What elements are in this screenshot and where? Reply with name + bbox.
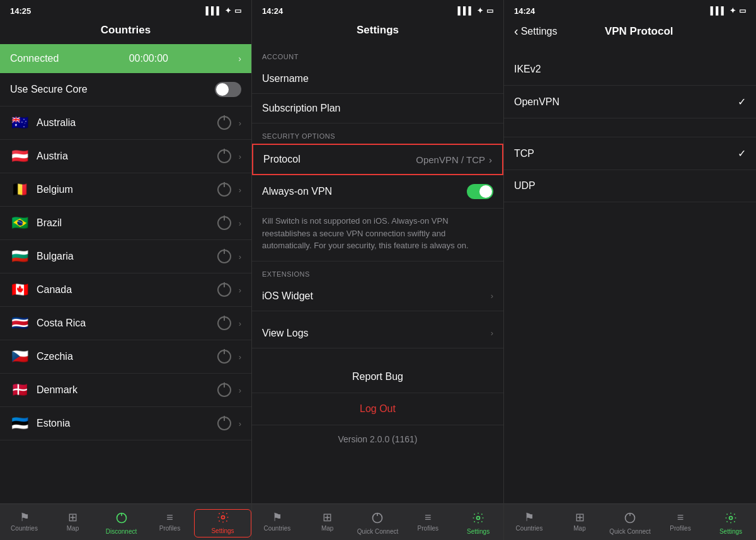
battery-icon: ▭ xyxy=(234,6,241,15)
openvpn-row[interactable]: OpenVPN ✓ xyxy=(504,86,756,118)
power-icon-estonia[interactable] xyxy=(217,416,231,430)
tab-map-1[interactable]: ⊞ Map xyxy=(49,509,97,537)
subscription-label: Subscription Plan xyxy=(262,103,341,114)
tab-settings-1[interactable]: Settings xyxy=(194,509,251,537)
tab-countries-label-1: Countries xyxy=(11,525,38,532)
power-icon-austria[interactable] xyxy=(217,149,231,163)
tab-quickconnect-3[interactable]: Quick Connect xyxy=(605,509,655,537)
subscription-row[interactable]: Subscription Plan xyxy=(252,94,503,124)
view-logs-row[interactable]: View Logs › xyxy=(252,319,503,348)
list-item[interactable]: 🇧🇷 Brazil › xyxy=(0,207,251,240)
always-on-label: Always-on VPN xyxy=(262,186,332,197)
tcp-row[interactable]: TCP ✓ xyxy=(504,137,756,170)
quickconnect-icon-3 xyxy=(624,512,636,526)
map-icon-2: ⊞ xyxy=(323,512,332,523)
list-item[interactable]: 🇦🇹 Austria › xyxy=(0,140,251,173)
list-item[interactable]: 🇨🇷 Costa Rica › xyxy=(0,307,251,340)
svg-point-2 xyxy=(221,516,224,519)
tcp-label: TCP xyxy=(514,148,534,159)
tab-countries-2[interactable]: ⚑ Countries xyxy=(252,509,302,537)
back-label[interactable]: Settings xyxy=(521,26,558,37)
tab-bar-2: ⚑ Countries ⊞ Map Quick Connect ≡ Profil… xyxy=(252,503,503,540)
time-1: 14:25 xyxy=(10,6,31,16)
always-on-toggle[interactable] xyxy=(467,184,493,199)
disconnect-icon xyxy=(115,512,128,526)
country-name-austria: Austria xyxy=(37,151,210,162)
tab-disconnect-label-1: Disconnect xyxy=(106,528,137,535)
flag-australia: 🇦🇺 xyxy=(10,115,29,131)
quickconnect-icon-2 xyxy=(371,512,384,526)
power-icon-czechia[interactable] xyxy=(217,350,231,364)
countries-title: Countries xyxy=(0,19,251,44)
list-item[interactable]: 🇨🇿 Czechia › xyxy=(0,340,251,374)
tab-bar-3: ⚑ Countries ⊞ Map Quick Connect ≡ Profil… xyxy=(504,503,756,540)
power-icon-costa-rica[interactable] xyxy=(217,316,231,330)
tab-profiles-2[interactable]: ≡ Profiles xyxy=(403,509,453,537)
view-logs-label: View Logs xyxy=(262,328,309,339)
status-icons-3: ▌▌▌ ✦ ▭ xyxy=(710,6,746,15)
tab-settings-3[interactable]: Settings xyxy=(706,509,756,537)
tab-quickconnect-2[interactable]: Quick Connect xyxy=(353,509,403,537)
udp-row[interactable]: UDP xyxy=(504,170,756,202)
username-label: Username xyxy=(262,73,309,84)
connected-bar[interactable]: Connected 00:00:00 › xyxy=(0,44,251,73)
flag-czechia: 🇨🇿 xyxy=(10,348,29,365)
power-icon-australia[interactable] xyxy=(217,116,231,130)
tab-settings-label-2: Settings xyxy=(467,528,490,535)
ios-widget-label: iOS Widget xyxy=(262,290,313,302)
list-item[interactable]: 🇨🇦 Canada › xyxy=(0,273,251,307)
tab-map-2[interactable]: ⊞ Map xyxy=(302,509,353,537)
svg-point-5 xyxy=(477,517,480,520)
tab-settings-2[interactable]: Settings xyxy=(453,509,503,537)
flag-belgium: 🇧🇪 xyxy=(10,181,29,198)
countries-icon-3: ⚑ xyxy=(524,512,534,523)
always-on-description: Kill Switch is not supported on iOS. Alw… xyxy=(252,209,503,261)
tab-countries-3[interactable]: ⚑ Countries xyxy=(504,509,554,537)
time-2: 14:24 xyxy=(262,6,283,16)
logout-row[interactable]: Log Out xyxy=(252,393,503,425)
tab-bar-1: ⚑ Countries ⊞ Map Disconnect ≡ Profiles xyxy=(0,503,251,540)
power-icon-belgium[interactable] xyxy=(217,183,231,197)
list-item[interactable]: 🇩🇰 Denmark › xyxy=(0,374,251,407)
protocol-row[interactable]: Protocol OpenVPN / TCP › xyxy=(253,145,502,174)
ios-widget-row[interactable]: iOS Widget › xyxy=(252,282,503,311)
settings-title: Settings xyxy=(252,19,503,44)
tab-countries-1[interactable]: ⚑ Countries xyxy=(0,509,49,537)
power-icon-brazil[interactable] xyxy=(217,216,231,230)
report-bug-label: Report Bug xyxy=(352,371,403,382)
extensions-header: EXTENSIONS xyxy=(252,261,503,282)
status-bar-2: 14:24 ▌▌▌ ✦ ▭ xyxy=(252,0,503,19)
username-row[interactable]: Username xyxy=(252,64,503,94)
tab-settings-label-3: Settings xyxy=(719,528,742,535)
tab-profiles-label-1: Profiles xyxy=(159,525,180,532)
profiles-icon-1: ≡ xyxy=(166,512,173,523)
secure-core-row[interactable]: Use Secure Core xyxy=(0,73,251,106)
countries-icon: ⚑ xyxy=(20,512,30,523)
report-bug-row[interactable]: Report Bug xyxy=(252,361,503,393)
secure-core-toggle[interactable] xyxy=(215,82,241,97)
country-name-australia: Australia xyxy=(37,117,210,129)
list-item[interactable]: 🇧🇬 Bulgaria › xyxy=(0,240,251,273)
tab-profiles-label-3: Profiles xyxy=(670,525,690,532)
power-icon-canada[interactable] xyxy=(217,283,231,297)
flag-brazil: 🇧🇷 xyxy=(10,215,29,231)
tab-map-label-1: Map xyxy=(67,525,79,532)
tab-map-3[interactable]: ⊞ Map xyxy=(554,509,605,537)
map-icon-3: ⊞ xyxy=(575,512,585,523)
power-icon-denmark[interactable] xyxy=(217,383,231,397)
chevron-costa-rica: › xyxy=(239,319,241,328)
tab-profiles-1[interactable]: ≡ Profiles xyxy=(146,509,194,537)
tab-profiles-3[interactable]: ≡ Profiles xyxy=(655,509,706,537)
openvpn-label: OpenVPN xyxy=(514,96,559,108)
tab-countries-label-3: Countries xyxy=(516,525,543,532)
always-on-row[interactable]: Always-on VPN xyxy=(252,175,503,209)
secure-core-label: Use Secure Core xyxy=(10,84,88,95)
panel-settings: 14:24 ▌▌▌ ✦ ▭ Settings ACCOUNT Username … xyxy=(252,0,504,540)
back-arrow-icon[interactable]: ‹ xyxy=(514,24,518,38)
list-item[interactable]: 🇪🇪 Estonia › xyxy=(0,407,251,440)
ikev2-row[interactable]: IKEv2 xyxy=(504,54,756,86)
tab-disconnect-1[interactable]: Disconnect xyxy=(97,509,146,537)
list-item[interactable]: 🇦🇺 Australia › xyxy=(0,106,251,140)
list-item[interactable]: 🇧🇪 Belgium › xyxy=(0,173,251,207)
power-icon-bulgaria[interactable] xyxy=(217,250,231,263)
